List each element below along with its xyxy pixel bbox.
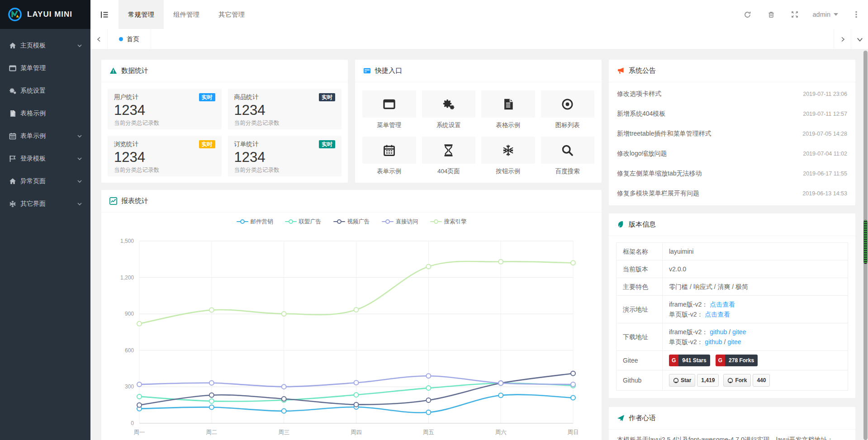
quick-entry-item[interactable]: 表单示例 xyxy=(362,137,416,175)
quick-entry-item[interactable]: 百度搜索 xyxy=(541,137,595,175)
sidebar-menu-item[interactable]: 表单示例 xyxy=(0,125,90,147)
data-point-marker[interactable] xyxy=(426,410,431,415)
quick-entry-item[interactable]: 系统设置 xyxy=(422,90,476,129)
panel-title: 数据统计 xyxy=(121,66,148,75)
legend-marker-icon xyxy=(430,219,442,224)
legend-item[interactable]: 联盟广告 xyxy=(285,218,322,226)
vertical-scrollbar[interactable] xyxy=(863,51,868,440)
fullscreen-icon[interactable] xyxy=(783,0,806,29)
quick-entry-icon xyxy=(362,90,416,118)
sidebar-menu-item[interactable]: 其它界面 xyxy=(0,193,90,215)
data-point-marker[interactable] xyxy=(209,381,214,385)
data-point-marker[interactable] xyxy=(498,260,503,264)
tab-scroll-left-button[interactable] xyxy=(90,29,108,49)
sidebar-menu-item[interactable]: 异常页面 xyxy=(0,170,90,193)
user-menu[interactable]: admin xyxy=(806,0,845,29)
stat-card[interactable]: 浏览统计 实时 1234 当前分类总记录数 xyxy=(108,136,222,176)
data-point-marker[interactable] xyxy=(426,264,431,269)
notice-item[interactable]: 修复多模块菜单栏展开有问题 2019-06-13 14:53 xyxy=(609,184,855,203)
legend-item[interactable]: 邮件营销 xyxy=(237,218,273,226)
data-point-marker[interactable] xyxy=(571,382,575,387)
data-point-marker[interactable] xyxy=(354,393,359,397)
sidebar-menu-item[interactable]: 登录模板 xyxy=(0,147,90,170)
data-point-marker[interactable] xyxy=(209,393,214,397)
sidebar-menu-item[interactable]: 系统设置 xyxy=(0,80,90,102)
quick-entry-item[interactable]: 按钮示例 xyxy=(481,137,535,175)
data-point-marker[interactable] xyxy=(354,380,359,385)
quick-entry-item[interactable]: 表格示例 xyxy=(481,90,535,129)
clear-cache-trash-icon[interactable] xyxy=(759,0,783,29)
data-point-marker[interactable] xyxy=(209,308,214,312)
sidebar-menu-item[interactable]: 主页模板 xyxy=(0,34,90,57)
github-widget[interactable]: Fork440 xyxy=(723,374,770,387)
github-button[interactable]: Star xyxy=(669,374,695,387)
data-point-marker[interactable] xyxy=(282,397,286,401)
legend-item[interactable]: 视频广告 xyxy=(333,218,370,226)
data-point-marker[interactable] xyxy=(282,409,286,413)
version-link[interactable]: 点击查看 xyxy=(710,301,735,308)
data-point-marker[interactable] xyxy=(571,260,575,265)
more-options-icon[interactable] xyxy=(844,0,868,29)
sidebar-menu-item[interactable]: 菜单管理 xyxy=(0,57,90,80)
data-point-marker[interactable] xyxy=(426,374,431,378)
notice-item[interactable]: 修改logo缩放问题 2019-07-04 11:02 xyxy=(609,144,855,164)
header-nav-item[interactable]: 组件管理 xyxy=(164,0,209,29)
notice-item[interactable]: 新增treetable插件和菜单管理样式 2019-07-05 14:28 xyxy=(609,124,855,144)
tab-bar-spacer xyxy=(151,29,834,49)
data-point-marker[interactable] xyxy=(282,384,286,389)
github-button[interactable]: Fork xyxy=(723,374,751,387)
version-row-label: 当前版本 xyxy=(617,260,663,278)
sidebar-menu-item[interactable]: 表格示例 xyxy=(0,102,90,125)
tab-scroll-right-button[interactable] xyxy=(834,29,851,49)
version-link[interactable]: github xyxy=(705,338,722,345)
quick-entry-item[interactable]: 404页面 xyxy=(422,137,476,175)
quick-entry-item[interactable]: 图标列表 xyxy=(541,90,595,129)
notice-item[interactable]: 新增系统404模板 2019-07-11 12:57 xyxy=(609,104,855,124)
data-point-marker[interactable] xyxy=(354,308,359,312)
panel-quick-entry-header: 快捷入口 xyxy=(355,60,602,82)
version-link[interactable]: 点击查看 xyxy=(705,311,730,318)
data-point-marker[interactable] xyxy=(137,322,142,326)
notice-item[interactable]: 修复左侧菜单缩放tab无法移动 2019-06-17 11:55 xyxy=(609,164,855,184)
gitee-badge[interactable]: G278 Forks xyxy=(716,355,758,366)
tab-home[interactable]: 首页 xyxy=(108,29,151,49)
app-logo[interactable]: LAYUI MINI xyxy=(0,0,90,29)
tab-operations-dropdown-button[interactable] xyxy=(851,29,868,49)
chevron-down-icon xyxy=(77,156,82,161)
version-link[interactable]: gitee xyxy=(732,328,746,336)
version-link[interactable]: gitee xyxy=(727,338,741,345)
gitee-badge[interactable]: G941 Stars xyxy=(669,355,710,366)
legend-item[interactable]: 搜索引擎 xyxy=(430,218,467,226)
stat-card[interactable]: 用户统计 实时 1234 当前分类总记录数 xyxy=(108,89,222,129)
data-point-marker[interactable] xyxy=(209,399,214,403)
data-point-marker[interactable] xyxy=(426,398,431,402)
header-nav-item[interactable]: 常规管理 xyxy=(119,0,164,29)
version-link[interactable]: github xyxy=(710,328,727,336)
sidebar: LAYUI MINI 主页模板 菜单管理 系统设置 表格示例 xyxy=(0,0,90,440)
data-point-marker[interactable] xyxy=(498,393,503,397)
data-point-marker[interactable] xyxy=(354,402,359,407)
legend-label: 搜索引擎 xyxy=(444,218,467,226)
notice-item[interactable]: 修改选项卡样式 2019-07-11 23:06 xyxy=(609,84,855,104)
data-point-marker[interactable] xyxy=(137,394,142,399)
github-count[interactable]: 1,419 xyxy=(697,374,719,387)
data-point-marker[interactable] xyxy=(426,386,431,390)
data-point-marker[interactable] xyxy=(137,403,142,407)
data-point-marker[interactable] xyxy=(571,371,575,376)
stat-card[interactable]: 商品统计 实时 1234 当前分类总记录数 xyxy=(228,89,342,129)
github-widget[interactable]: Star1,419 xyxy=(669,374,719,387)
refresh-icon[interactable] xyxy=(736,0,759,29)
data-point-marker[interactable] xyxy=(209,405,214,410)
collapse-sidebar-button[interactable] xyxy=(90,0,119,29)
stat-card[interactable]: 订单统计 实时 1234 当前分类总记录数 xyxy=(228,136,342,176)
scrollbar-thumb[interactable] xyxy=(863,220,868,264)
data-point-marker[interactable] xyxy=(498,381,503,385)
quick-entry-item[interactable]: 菜单管理 xyxy=(362,90,416,129)
github-count[interactable]: 440 xyxy=(753,374,770,387)
data-point-marker[interactable] xyxy=(137,382,142,387)
header-nav-item[interactable]: 其它管理 xyxy=(209,0,254,29)
legend-item[interactable]: 直接访问 xyxy=(382,218,418,226)
data-point-marker[interactable] xyxy=(282,312,286,316)
quick-entry-icon xyxy=(362,137,416,164)
data-point-marker[interactable] xyxy=(571,396,575,400)
